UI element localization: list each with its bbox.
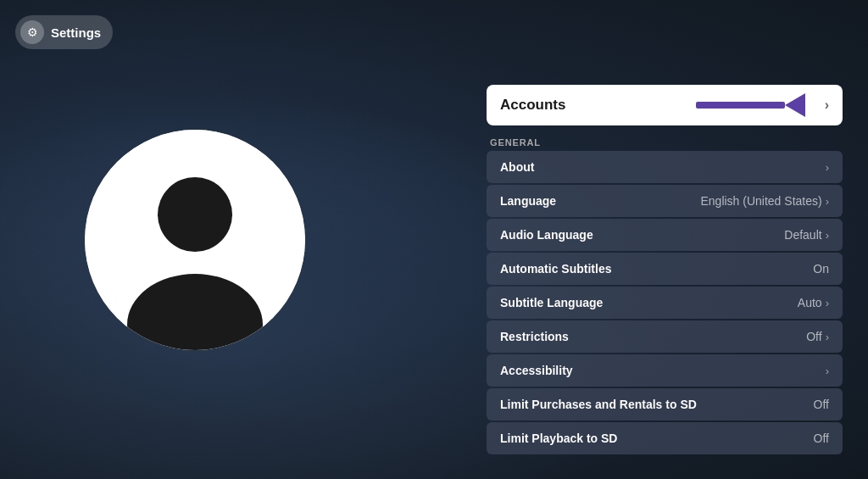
avatar-svg [85, 130, 305, 350]
menu-item-label-about: About [500, 160, 534, 174]
avatar-section [68, 113, 322, 367]
menu-item-label-restrictions: Restrictions [500, 330, 569, 343]
general-section-label: GENERAL [487, 137, 843, 148]
menu-item-value-limit-purchases: Off [814, 398, 829, 411]
menu-item-chevron-language: › [826, 195, 829, 208]
accounts-label: Accounts [500, 97, 565, 114]
content: ⚙ Settings Accounts › GENERAL [0, 0, 868, 479]
menu-item-value-text-limit-purchases: Off [814, 398, 829, 411]
menu-item-value-audio-language: Default› [784, 228, 829, 242]
menu-item-value-text-audio-language: Default [784, 228, 821, 242]
arrow-head [785, 93, 805, 117]
menu-item-value-limit-playback: Off [814, 432, 829, 445]
menu-item-value-language: English (United States)› [700, 194, 829, 208]
settings-icon: ⚙ [20, 20, 44, 44]
menu-list: About›LanguageEnglish (United States)›Au… [487, 151, 843, 454]
svg-point-1 [158, 177, 232, 252]
header-bar: ⚙ Settings [15, 15, 113, 49]
menu-item-subtitle-language[interactable]: Subtitle LanguageAuto› [487, 287, 843, 319]
menu-item-label-automatic-subtitles: Automatic Subtitles [500, 262, 611, 276]
menu-item-value-restrictions: Off› [806, 330, 829, 343]
menu-item-restrictions[interactable]: RestrictionsOff› [487, 320, 843, 353]
arrow-body [696, 102, 785, 109]
menu-item-value-text-limit-playback: Off [814, 432, 829, 445]
menu-item-value-text-automatic-subtitles: On [813, 262, 829, 276]
menu-item-value-automatic-subtitles: On [813, 262, 829, 276]
avatar [85, 130, 305, 350]
menu-item-limit-playback[interactable]: Limit Playback to SDOff [487, 422, 843, 454]
menu-item-chevron-audio-language: › [826, 229, 829, 242]
accounts-chevron: › [825, 97, 829, 113]
menu-item-value-text-restrictions: Off [806, 330, 821, 343]
menu-item-about[interactable]: About› [487, 151, 843, 183]
menu-item-accessibility[interactable]: Accessibility› [487, 354, 843, 387]
menu-item-language[interactable]: LanguageEnglish (United States)› [487, 185, 843, 217]
arrow-annotation [696, 93, 805, 117]
menu-item-label-subtitle-language: Subtitle Language [500, 296, 603, 309]
menu-item-chevron-subtitle-language: › [826, 297, 829, 309]
menu-item-label-limit-purchases: Limit Purchases and Rentals to SD [500, 398, 697, 411]
menu-item-value-text-language: English (United States) [700, 194, 821, 208]
menu-item-label-audio-language: Audio Language [500, 228, 593, 242]
header-title: Settings [51, 25, 101, 40]
menu-item-chevron-accessibility: › [826, 365, 829, 377]
menu-item-value-accessibility: › [826, 365, 829, 377]
menu-item-label-limit-playback: Limit Playback to SD [500, 432, 617, 445]
settings-panel: Accounts › GENERAL About›LanguageEnglish… [487, 85, 843, 454]
accounts-row[interactable]: Accounts › [487, 85, 843, 125]
menu-item-value-subtitle-language: Auto› [798, 296, 829, 309]
menu-item-label-language: Language [500, 194, 556, 208]
menu-item-label-accessibility: Accessibility [500, 364, 573, 377]
menu-item-chevron-restrictions: › [826, 331, 829, 343]
menu-item-value-about: › [826, 161, 829, 174]
menu-item-limit-purchases[interactable]: Limit Purchases and Rentals to SDOff [487, 388, 843, 421]
menu-item-value-text-subtitle-language: Auto [798, 296, 822, 309]
menu-item-automatic-subtitles[interactable]: Automatic SubtitlesOn [487, 253, 843, 285]
menu-item-chevron-about: › [826, 161, 829, 174]
menu-item-audio-language[interactable]: Audio LanguageDefault› [487, 219, 843, 251]
